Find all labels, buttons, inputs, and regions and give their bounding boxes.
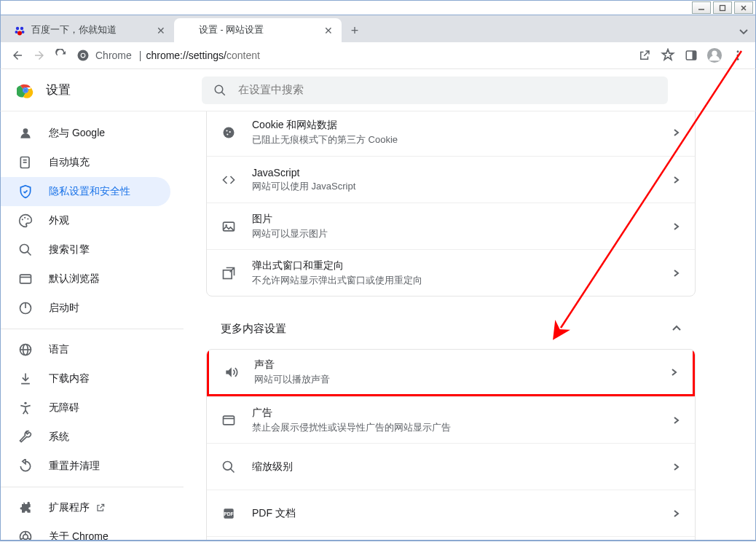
divider [1,487,184,487]
url-path: content [227,50,260,61]
content-settings-card: Cookie 和网站数据已阻止无痕模式下的第三方 CookieJavaScrip… [206,111,696,296]
sidebar-item-power[interactable]: 启动时 [1,294,170,323]
chevron-right-icon [673,176,680,184]
tabs-dropdown-icon[interactable] [739,28,748,36]
cookie-icon [221,125,236,140]
sidebar-item-search[interactable]: 搜索引擎 [1,235,170,264]
pdf-icon: PDF [221,506,236,521]
svg-line-45 [20,538,23,540]
svg-point-6 [15,31,18,34]
sound-icon [224,365,238,380]
chrome-icon [76,49,90,62]
gear-icon [181,25,193,36]
tab-settings[interactable]: 设置 - 网站设置 ✕ [174,18,342,42]
svg-point-56 [224,461,232,470]
sidebar-item-shield[interactable]: 隐私设置和安全性 [1,177,170,206]
power-icon [18,301,33,315]
row-title: 声音 [254,358,671,372]
sidebar-item-extension[interactable]: 扩展程序 [1,493,170,522]
setting-row-ad[interactable]: 广告禁止会展示侵扰性或误导性广告的网站显示广告 [207,396,695,443]
row-title: Cookie 和网站数据 [252,119,673,132]
sidebar-item-reset[interactable]: 重置并清理 [1,452,170,481]
page-title: 设置 [46,82,71,98]
setting-row-popup[interactable]: 弹出式窗口和重定向不允许网站显示弹出式窗口或使用重定向 [207,249,695,296]
sidebar-item-person[interactable]: 您与 Google [1,119,170,148]
window-maximize[interactable] [713,1,732,14]
svg-line-57 [231,468,235,472]
share-icon[interactable] [633,44,656,67]
settings-sidebar: 您与 Google自动填充隐私设置和安全性外观搜索引擎默认浏览器启动时 语言下载… [1,111,184,540]
sidebar-item-label: 外观 [49,214,69,227]
sidebar-item-palette[interactable]: 外观 [1,206,170,235]
row-subtitle: 网站可以使用 JavaScript [252,180,673,193]
svg-point-11 [82,54,85,58]
tab-title: 设置 - 网站设置 [199,24,323,36]
sidebar-item-globe[interactable]: 语言 [1,335,170,364]
row-title: 弹出式窗口和重定向 [252,259,673,272]
setting-row-pdf[interactable]: PDFPDF 文档 [207,490,695,536]
window-minimize[interactable] [692,1,711,14]
sidebar-item-label: 下载内容 [49,372,90,385]
omnibox-label: Chrome [95,50,132,61]
svg-point-5 [20,26,23,29]
palette-icon [18,213,33,228]
setting-row-protected[interactable]: 受保护内容 ID [207,536,695,540]
reset-icon [18,459,33,474]
svg-text:PDF: PDF [224,511,233,517]
svg-point-15 [712,51,717,56]
setting-row-zoom[interactable]: 缩放级别 [207,443,695,490]
row-subtitle: 已阻止无痕模式下的第三方 Cookie [252,133,673,146]
sidebar-item-download[interactable]: 下载内容 [1,364,170,393]
extension-icon [18,500,33,515]
setting-row-sound[interactable]: 声音网站可以播放声音 [207,350,695,396]
code-icon [221,173,236,187]
popup-icon [221,266,236,280]
svg-point-31 [27,218,28,219]
svg-point-7 [22,31,25,34]
chevron-right-icon [673,223,680,230]
divider [1,329,184,329]
sidebar-item-autofill[interactable]: 自动填充 [1,148,170,177]
sidebar-item-accessibility[interactable]: 无障碍 [1,393,170,423]
back-button[interactable] [7,44,28,66]
chrome-icon [18,530,33,540]
chrome-logo [17,82,34,99]
sidebar-item-label: 扩展程序 [49,501,90,514]
forward-button[interactable] [28,44,50,66]
svg-point-32 [20,245,29,254]
sidepanel-icon[interactable] [680,44,703,67]
more-content-settings-header[interactable]: 更多内容设置 [206,308,696,349]
profile-icon[interactable] [703,44,726,67]
svg-point-49 [229,131,231,133]
globe-icon [18,342,33,357]
chevron-right-icon [673,270,680,277]
close-icon[interactable]: ✕ [155,25,167,36]
sidebar-item-wrench[interactable]: 系统 [1,423,170,452]
close-icon[interactable]: ✕ [323,25,334,36]
sidebar-item-chrome[interactable]: 关于 Chrome [1,522,170,540]
settings-search[interactable]: 在设置中搜索 [202,76,668,104]
tab-title: 百度一下，你就知道 [31,24,155,36]
address-bar[interactable]: Chrome | chrome://settings/content [76,44,629,66]
sidebar-item-label: 无障碍 [49,401,79,415]
setting-row-image[interactable]: 图片网站可以显示图片 [207,203,695,249]
sidebar-item-label: 您与 Google [49,127,105,140]
reload-button[interactable] [50,44,72,66]
sidebar-item-label: 系统 [49,431,69,444]
window-close[interactable] [734,1,753,14]
setting-row-cookie[interactable]: Cookie 和网站数据已阻止无痕模式下的第三方 Cookie [207,111,695,156]
chevron-up-icon [672,324,681,333]
tab-baidu[interactable]: 百度一下，你就知道 ✕ [7,18,174,42]
sidebar-item-label: 重置并清理 [49,460,100,473]
row-title: 图片 [252,213,673,226]
svg-line-24 [221,92,225,95]
svg-rect-34 [20,275,31,283]
row-subtitle: 不允许网站显示弹出式窗口或使用重定向 [252,274,673,287]
chevron-right-icon [673,129,680,136]
new-tab-button[interactable]: + [344,20,365,41]
menu-icon[interactable] [726,44,749,67]
setting-row-code[interactable]: JavaScript网站可以使用 JavaScript [207,156,695,203]
sidebar-item-browser[interactable]: 默认浏览器 [1,264,170,294]
row-title: JavaScript [252,167,673,178]
bookmark-icon[interactable] [656,44,680,67]
